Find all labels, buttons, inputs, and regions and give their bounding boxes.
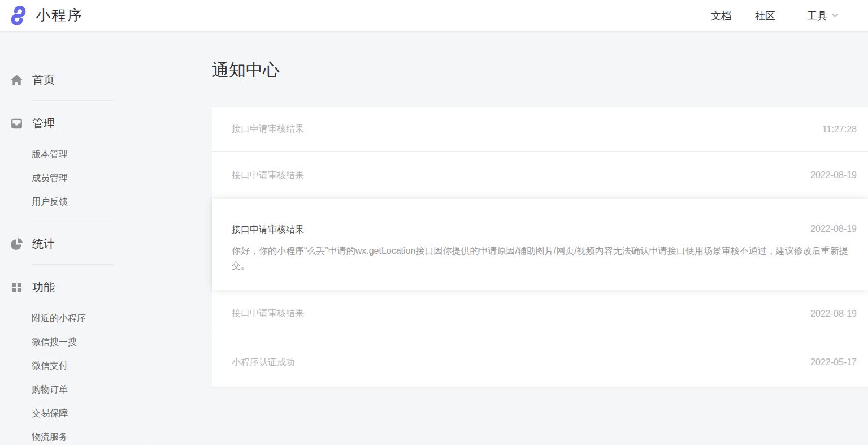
sidebar-item-manage[interactable]: 管理 bbox=[10, 115, 149, 131]
sidebar-sublist-features: 附近的小程序 微信搜一搜 微信支付 购物订单 交易保障 物流服务 bbox=[10, 306, 149, 445]
sidebar-item-user-feedback[interactable]: 用户反馈 bbox=[10, 190, 149, 214]
notification-row[interactable]: 小程序认证成功 2022-05-17 bbox=[212, 338, 868, 387]
sidebar-divider bbox=[32, 221, 114, 221]
grid-icon bbox=[10, 280, 23, 294]
sidebar-item-wechat-pay[interactable]: 微信支付 bbox=[10, 354, 149, 378]
sidebar-item-shopping-orders[interactable]: 购物订单 bbox=[10, 378, 149, 401]
notification-time: 11:27:28 bbox=[822, 124, 857, 135]
sidebar-item-features[interactable]: 功能 bbox=[10, 279, 149, 295]
app-title: 小程序 bbox=[36, 6, 83, 25]
sidebar-item-wechat-search[interactable]: 微信搜一搜 bbox=[10, 330, 149, 354]
sidebar-item-nearby-miniprograms[interactable]: 附近的小程序 bbox=[10, 306, 149, 330]
sidebar-divider bbox=[32, 100, 114, 101]
pie-chart-icon bbox=[10, 237, 23, 250]
notification-row[interactable]: 接口申请审核结果 2022-08-19 bbox=[212, 290, 868, 338]
notification-list: 接口申请审核结果 11:27:28 接口申请审核结果 2022-08-19 接口… bbox=[212, 107, 868, 387]
main-content: 通知中心 接口申请审核结果 11:27:28 接口申请审核结果 2022-08-… bbox=[149, 31, 868, 445]
home-icon bbox=[10, 73, 23, 87]
sidebar-item-statistics[interactable]: 统计 bbox=[10, 236, 149, 252]
nav-community[interactable]: 社区 bbox=[755, 9, 775, 23]
sidebar-divider bbox=[32, 264, 114, 265]
miniprogram-logo-icon bbox=[8, 5, 29, 26]
notification-time: 2022-05-17 bbox=[810, 357, 857, 368]
sidebar-item-home[interactable]: 首页 bbox=[10, 72, 149, 88]
sidebar-item-version-manage[interactable]: 版本管理 bbox=[10, 142, 149, 166]
notification-row[interactable]: 接口申请审核结果 11:27:28 bbox=[212, 107, 868, 152]
notification-title: 接口申请审核结果 bbox=[232, 123, 304, 135]
notification-row[interactable]: 接口申请审核结果 2022-08-19 bbox=[212, 152, 868, 199]
notification-time: 2022-08-19 bbox=[810, 170, 857, 180]
notification-time: 2022-08-19 bbox=[810, 309, 857, 319]
notification-title: 接口申请审核结果 bbox=[232, 224, 304, 236]
inbox-icon bbox=[10, 116, 23, 130]
miniprogram-logo[interactable]: 小程序 bbox=[8, 5, 83, 26]
notification-time: 2022-08-19 bbox=[810, 224, 857, 234]
sidebar-item-logistics-service[interactable]: 物流服务 bbox=[10, 425, 149, 445]
top-nav: 文档 社区 工具 bbox=[687, 9, 839, 23]
notification-body: 你好，你的小程序“么丢”申请的wx.getLocation接口因你提供的申请原因… bbox=[232, 244, 856, 273]
nav-tools[interactable]: 工具 bbox=[807, 9, 839, 23]
app-header: 小程序 文档 社区 工具 bbox=[0, 0, 868, 31]
chevron-down-icon bbox=[831, 13, 839, 18]
notification-title: 接口申请审核结果 bbox=[232, 170, 304, 182]
sidebar-sublist-manage: 版本管理 成员管理 用户反馈 bbox=[10, 142, 149, 214]
page-title: 通知中心 bbox=[212, 59, 868, 81]
nav-docs[interactable]: 文档 bbox=[711, 9, 731, 23]
notification-title: 小程序认证成功 bbox=[232, 357, 295, 369]
sidebar-item-transaction-guarantee[interactable]: 交易保障 bbox=[10, 401, 149, 425]
sidebar: 首页 管理 版本管理 成员管理 用户反馈 bbox=[0, 31, 149, 445]
notification-row-expanded[interactable]: 接口申请审核结果 2022-08-19 你好，你的小程序“么丢”申请的wx.ge… bbox=[212, 199, 868, 290]
sidebar-item-member-manage[interactable]: 成员管理 bbox=[10, 166, 149, 190]
notification-title: 接口申请审核结果 bbox=[232, 308, 304, 319]
